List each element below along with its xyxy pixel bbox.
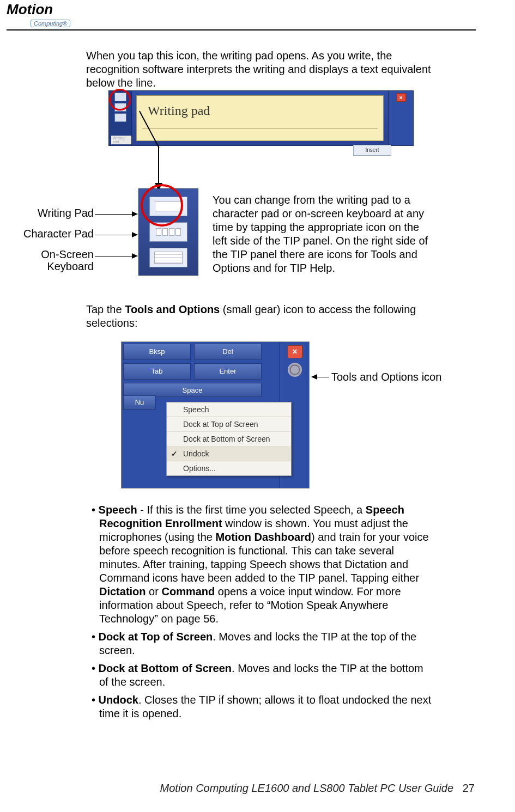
footer-page-number: 27 (463, 782, 475, 794)
tools-options-figure: Bksp Del Tab Enter Space Nu × Speech Doc… (121, 341, 310, 489)
menu-item-dock-top[interactable]: Dock at Top of Screen (167, 417, 291, 432)
logo-sub: Computing® (31, 20, 70, 27)
label-writing-pad: Writing Pad (23, 207, 94, 219)
bullet-speech: Speech - If this is the first time you s… (92, 503, 435, 626)
page-footer: Motion Computing LE1600 and LS800 Tablet… (160, 782, 475, 795)
footer-title: Motion Computing LE1600 and LS800 Tablet… (160, 782, 454, 794)
close-icon[interactable]: × (287, 345, 302, 358)
key-del[interactable]: Del (194, 344, 262, 360)
key-enter[interactable]: Enter (194, 363, 262, 380)
side-paragraph: You can change from the writing pad to a… (213, 193, 436, 275)
key-bksp[interactable]: Bksp (123, 344, 191, 360)
writing-baseline (142, 128, 378, 129)
menu-item-options[interactable]: Options... (167, 461, 291, 475)
callout-circle-tab (109, 89, 131, 111)
options-bullet-list: Speech - If this is the first time you s… (92, 503, 435, 725)
handwriting-sample: Writing pad (148, 103, 210, 118)
menu-item-dock-bottom[interactable]: Dock at Bottom of Screen (167, 432, 291, 447)
keyboard-tab-icon[interactable] (114, 113, 126, 122)
bullet-undock: Undock. Closes the TIP if shown; allows … (92, 693, 435, 721)
gear-icon[interactable] (288, 363, 302, 377)
label-character-pad: Character Pad (23, 228, 94, 240)
intro-paragraph: When you tap this icon, the writing pad … (86, 49, 435, 90)
label-arrow-keyboard (95, 256, 137, 257)
bullet-dock-top: Dock at Top of Screen. Moves and locks t… (92, 630, 435, 657)
insert-button[interactable]: Insert (353, 145, 391, 156)
brand-logo: Motion Computing® (7, 1, 99, 28)
header-rule (7, 29, 476, 30)
callout-arrow-tools (312, 377, 329, 377)
tools-dropdown-menu: Speech Dock at Top of Screen Dock at Bot… (166, 402, 292, 476)
mode-label-group: Writing Pad Character Pad On-Screen Keyb… (23, 207, 94, 281)
key-tab[interactable]: Tab (123, 363, 191, 380)
bullet-dock-bottom: Dock at Bottom of Screen. Moves and lock… (92, 662, 435, 689)
menu-item-speech[interactable]: Speech (167, 402, 291, 417)
tap-tools-paragraph: Tap the Tools and Options (small gear) i… (86, 303, 435, 330)
mode-onscreen-keyboard[interactable] (149, 248, 187, 267)
key-nu[interactable]: Nu (123, 395, 156, 410)
tip-right-controls: × (388, 91, 413, 145)
tab-label: Writing pad (111, 136, 131, 144)
writing-area[interactable]: Writing pad (136, 95, 384, 141)
label-onscreen-keyboard: On-Screen Keyboard (23, 248, 94, 272)
callout-label-tools: Tools and Options icon (331, 371, 441, 383)
logo-main: Motion (7, 1, 99, 18)
menu-item-undock[interactable]: Undock (167, 447, 291, 461)
callout-arrow-line-2 (158, 146, 159, 184)
label-arrow-writing (95, 214, 137, 215)
label-arrow-character (95, 235, 137, 235)
close-icon[interactable]: × (396, 93, 406, 102)
callout-circle-mode (141, 184, 183, 227)
